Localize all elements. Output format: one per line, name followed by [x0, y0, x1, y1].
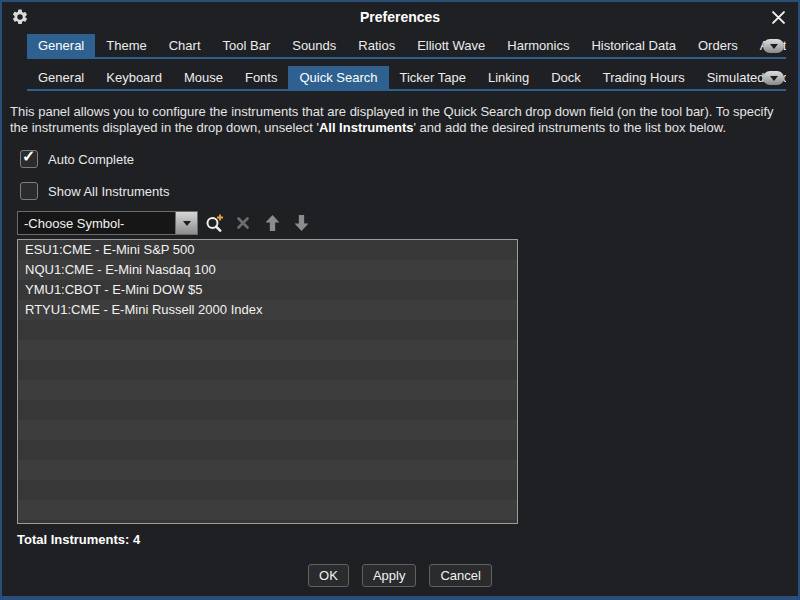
gear-icon	[11, 8, 29, 26]
cancel-button[interactable]: Cancel	[429, 564, 491, 587]
secondary-tab[interactable]: Dock	[540, 66, 592, 89]
secondary-tab-bar: GeneralKeyboardMouseFontsQuick SearchTic…	[27, 66, 786, 91]
secondary-tab[interactable]: General	[27, 66, 95, 89]
secondary-tab[interactable]: Ticker Tape	[389, 66, 477, 89]
secondary-tab[interactable]: Quick Search	[288, 66, 388, 89]
secondary-tab[interactable]: Trading Hours	[592, 66, 696, 89]
auto-complete-label: Auto Complete	[48, 152, 134, 167]
chevron-down-icon	[183, 221, 191, 226]
primary-tabs-overflow-button[interactable]	[763, 39, 784, 53]
move-down-button[interactable]	[288, 211, 314, 235]
secondary-tab[interactable]: Keyboard	[95, 66, 173, 89]
primary-tab[interactable]: Chart	[158, 34, 212, 57]
primary-tab[interactable]: Orders	[687, 34, 749, 57]
primary-tab[interactable]: General	[27, 34, 95, 57]
dropdown-button[interactable]	[175, 212, 197, 234]
description-bold-text: All Instruments	[319, 120, 414, 135]
show-all-instruments-checkbox[interactable]: ✓	[20, 182, 38, 200]
instrument-row[interactable]: NQU1:CME - E-Mini Nasdaq 100	[18, 260, 517, 280]
ok-button[interactable]: OK	[308, 564, 349, 587]
secondary-tab[interactable]: Linking	[477, 66, 540, 89]
primary-tab[interactable]: Ratios	[347, 34, 406, 57]
symbol-picker-toolbar: -Choose Symbol-	[17, 211, 798, 235]
primary-tab[interactable]: Theme	[95, 34, 157, 57]
choose-symbol-value: -Choose Symbol-	[18, 216, 175, 231]
panel-description: This panel allows you to configure the i…	[10, 104, 788, 135]
show-all-instruments-row[interactable]: ✓ Show All Instruments	[20, 182, 798, 200]
close-icon[interactable]	[771, 10, 785, 24]
primary-tab[interactable]: Harmonics	[496, 34, 580, 57]
move-up-button[interactable]	[259, 211, 285, 235]
primary-tab[interactable]: Tool Bar	[212, 34, 282, 57]
show-all-instruments-label: Show All Instruments	[48, 184, 169, 199]
arrow-down-icon	[294, 215, 309, 231]
total-instruments-label: Total Instruments: 4	[17, 532, 798, 547]
apply-button[interactable]: Apply	[362, 564, 417, 587]
instrument-row[interactable]: ESU1:CME - E-Mini S&P 500	[18, 240, 517, 260]
primary-tab[interactable]: Elliott Wave	[406, 34, 496, 57]
preferences-dialog: Preferences GeneralThemeChartTool BarSou…	[0, 0, 800, 600]
secondary-tab[interactable]: Mouse	[173, 66, 234, 89]
instrument-row[interactable]: YMU1:CBOT - E-Mini DOW $5	[18, 280, 517, 300]
delete-x-icon	[236, 216, 250, 230]
title-bar: Preferences	[2, 2, 798, 32]
chevron-down-icon	[770, 44, 778, 49]
window-title: Preferences	[2, 9, 798, 25]
dialog-button-row: OK Apply Cancel	[2, 564, 798, 587]
checkmark-icon: ✓	[22, 147, 35, 166]
auto-complete-row[interactable]: ✓ Auto Complete	[20, 150, 798, 168]
remove-instrument-button[interactable]	[230, 211, 256, 235]
instrument-row[interactable]: RTYU1:CME - E-Mini Russell 2000 Index	[18, 300, 517, 320]
auto-complete-checkbox[interactable]: ✓	[20, 150, 38, 168]
secondary-tab[interactable]: Fonts	[234, 66, 289, 89]
secondary-tabs-overflow-button[interactable]	[763, 71, 784, 85]
search-add-button[interactable]	[201, 211, 227, 235]
arrow-up-icon	[265, 215, 280, 231]
chevron-down-icon	[770, 76, 778, 81]
description-text: ' and add the desired instruments to the…	[414, 120, 727, 135]
primary-tab-bar: GeneralThemeChartTool BarSoundsRatiosEll…	[27, 34, 786, 59]
instrument-list[interactable]: ESU1:CME - E-Mini S&P 500NQU1:CME - E-Mi…	[17, 239, 518, 524]
search-plus-icon	[204, 213, 225, 234]
primary-tab[interactable]: Historical Data	[580, 34, 687, 57]
choose-symbol-dropdown[interactable]: -Choose Symbol-	[17, 211, 198, 235]
primary-tab[interactable]: Sounds	[281, 34, 347, 57]
